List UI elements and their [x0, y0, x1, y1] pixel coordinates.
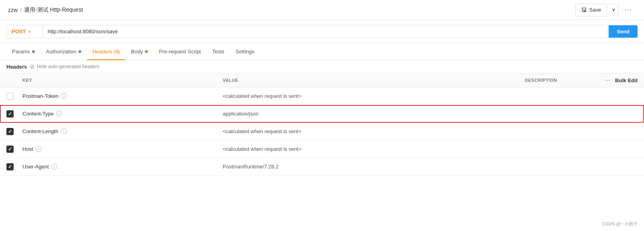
info-icon-4[interactable]: i — [36, 146, 42, 152]
checkbox-checked-4[interactable] — [6, 146, 14, 153]
authorization-dot — [78, 50, 81, 53]
row-value-4: <calculated when request is sent> — [223, 146, 557, 152]
save-label: Save — [589, 7, 601, 13]
th-key: KEY — [22, 78, 223, 83]
tab-headers-label: Headers (9) — [93, 49, 120, 55]
th-value: VALUE — [223, 78, 525, 83]
url-bar: POST ∨ Send — [0, 20, 644, 43]
tab-settings[interactable]: Settings — [230, 44, 260, 60]
url-input[interactable] — [42, 25, 609, 38]
hide-auto-headers-button[interactable]: ⊘ Hide auto-generated headers — [30, 63, 99, 70]
table-header: KEY VALUE DESCRIPTION ··· Bulk Edit — [0, 73, 644, 87]
method-arrow-icon: ∨ — [28, 29, 31, 34]
tab-params-label: Params — [12, 49, 30, 55]
breadcrumb-title: 通用-测试 Http-Request — [24, 6, 83, 14]
table-more-icon[interactable]: ··· — [605, 77, 610, 84]
more-options-button[interactable]: ··· — [620, 4, 636, 16]
row-value-1: <calculated when request is sent> — [223, 93, 557, 99]
row-value-5: PostmanRuntime/7.28.2 — [223, 164, 557, 170]
headers-sub-label: Headers — [6, 64, 27, 70]
table-row: Content-Type i application/json — [0, 105, 644, 123]
breadcrumb-user: zzw — [8, 7, 18, 13]
method-label: POST — [12, 28, 26, 34]
tab-headers[interactable]: Headers (9) — [87, 44, 126, 60]
row-key-4: Host i — [22, 146, 223, 152]
checkbox-checked-2[interactable] — [6, 110, 14, 118]
tab-body[interactable]: Body — [125, 44, 153, 60]
table-row: Host i <calculated when request is sent> — [0, 140, 644, 158]
info-icon-1[interactable]: i — [61, 93, 67, 99]
hide-icon: ⊘ — [30, 63, 35, 70]
sub-header: Headers ⊘ Hide auto-generated headers — [0, 60, 644, 73]
method-select[interactable]: POST ∨ — [6, 25, 42, 38]
headers-table: KEY VALUE DESCRIPTION ··· Bulk Edit Post… — [0, 73, 644, 176]
bulk-edit-button[interactable]: Bulk Edit — [615, 77, 638, 83]
save-button[interactable]: 🖫 Save — [575, 4, 607, 16]
top-bar-actions: 🖫 Save ∨ ··· — [575, 4, 636, 16]
tab-pre-request[interactable]: Pre-request Script — [153, 44, 207, 60]
body-dot — [145, 50, 148, 53]
tabs-bar: Params Authorization Headers (9) Body Pr… — [0, 43, 644, 60]
row-checkbox-2[interactable] — [6, 110, 22, 118]
table-row: Content-Length i <calculated when reques… — [0, 123, 644, 140]
th-actions: ··· Bulk Edit — [605, 77, 638, 84]
save-icon: 🖫 — [581, 7, 587, 13]
row-checkbox-3[interactable] — [6, 128, 22, 135]
row-checkbox-4[interactable] — [6, 146, 22, 153]
tab-authorization[interactable]: Authorization — [40, 44, 87, 60]
top-bar: zzw / 通用-测试 Http-Request 🖫 Save ∨ ··· — [0, 0, 644, 20]
tab-authorization-label: Authorization — [46, 49, 76, 55]
info-icon-3[interactable]: i — [61, 128, 67, 134]
row-value-2: application/json — [223, 111, 557, 117]
row-checkbox-5[interactable] — [6, 163, 22, 170]
table-row: User-Agent i PostmanRuntime/7.28.2 — [0, 158, 644, 176]
row-key-1: Postman-Token i — [22, 93, 223, 99]
params-dot — [32, 50, 35, 53]
table-row: Postman-Token i <calculated when request… — [0, 87, 644, 105]
tab-params[interactable]: Params — [6, 44, 40, 60]
tab-tests[interactable]: Tests — [207, 44, 230, 60]
row-key-5: User-Agent i — [22, 164, 223, 170]
info-icon-5[interactable]: i — [51, 164, 57, 170]
tab-pre-request-label: Pre-request Script — [159, 49, 201, 55]
breadcrumb: zzw / 通用-测试 Http-Request — [8, 6, 83, 14]
tab-tests-label: Tests — [212, 49, 224, 55]
th-description: DESCRIPTION — [525, 78, 605, 83]
tab-settings-label: Settings — [235, 49, 254, 55]
breadcrumb-separator: / — [20, 7, 22, 13]
info-icon-2[interactable]: i — [56, 111, 62, 117]
row-checkbox-1[interactable] — [6, 93, 22, 100]
row-key-2: Content-Type i — [22, 111, 223, 117]
checkbox-unchecked-1[interactable] — [6, 93, 14, 100]
row-key-3: Content-Length i — [22, 128, 223, 134]
tab-body-label: Body — [131, 49, 143, 55]
row-value-3: <calculated when request is sent> — [223, 128, 557, 134]
hide-headers-label: Hide auto-generated headers — [37, 64, 99, 69]
save-dropdown-button[interactable]: ∨ — [609, 4, 619, 16]
checkbox-checked-5[interactable] — [6, 163, 14, 170]
send-button[interactable]: Send — [609, 25, 638, 38]
checkbox-checked-3[interactable] — [6, 128, 14, 135]
